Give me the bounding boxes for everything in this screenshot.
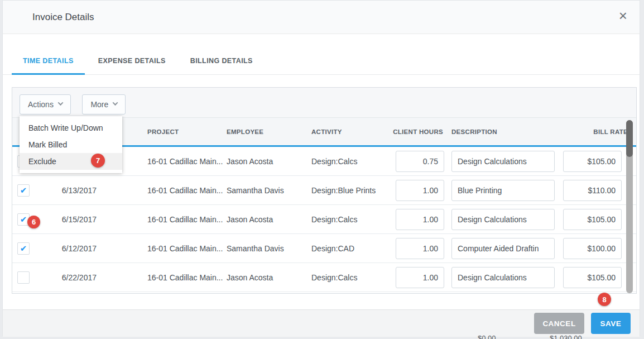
row-checkbox[interactable]: ✔: [17, 242, 30, 255]
background-partial-total: $1,030.00: [550, 334, 582, 339]
modal-footer: CANCEL SAVE: [3, 309, 640, 337]
chevron-down-icon: [57, 100, 63, 106]
row-checkbox[interactable]: ✔: [17, 184, 30, 197]
project-cell: 16-01 Cadillac Main...: [146, 215, 227, 224]
column-header-bill-rate: BILL RATE: [558, 128, 636, 135]
date-cell: 6/12/2017: [40, 244, 146, 253]
annotation-badge-7: 7: [91, 154, 105, 168]
modal-header: Invoice Details ×: [3, 1, 640, 34]
description-input[interactable]: [451, 180, 555, 201]
modal-title: Invoice Details: [32, 12, 94, 23]
employee-cell: Samantha Davis: [227, 244, 310, 253]
menu-item-mark-billed[interactable]: Mark Billed: [20, 136, 122, 153]
client-hours-input[interactable]: [396, 151, 444, 172]
employee-cell: Jason Acosta: [227, 157, 310, 166]
column-header-project: PROJECT: [146, 128, 227, 135]
client-hours-input[interactable]: [396, 238, 444, 259]
description-input[interactable]: [451, 151, 555, 172]
table-toolbar: Actions More: [12, 88, 636, 118]
cancel-button[interactable]: CANCEL: [534, 313, 584, 334]
table-row: ✔ 6/22/2017 16-01 Cadillac Main... Jason…: [12, 263, 636, 292]
background-partial-total: $0.00: [478, 334, 496, 339]
bill-rate-input[interactable]: [563, 209, 622, 230]
tab-bar: TIME DETAILS EXPENSE DETAILS BILLING DET…: [3, 34, 640, 75]
table-row: ✔ 6/15/2017 16-01 Cadillac Main... Jason…: [12, 205, 636, 234]
project-cell: 16-01 Cadillac Main...: [146, 244, 227, 253]
annotation-badge-6: 6: [27, 216, 40, 228]
activity-cell: Design:Blue Prints: [310, 186, 393, 195]
description-input[interactable]: [451, 238, 555, 259]
activity-cell: Design:Calcs: [310, 157, 393, 166]
chevron-down-icon: [113, 100, 118, 106]
page: $0.00 $1,030.00 Invoice Details × TIME D…: [0, 0, 644, 339]
employee-cell: Samantha Davis: [227, 186, 310, 195]
actions-dropdown-menu: Batch Write Up/Down Mark Billed Exclude: [20, 116, 122, 173]
activity-cell: Design:Calcs: [310, 273, 393, 282]
row-checkbox[interactable]: ✔: [17, 271, 30, 284]
date-cell: 6/15/2017: [40, 215, 146, 224]
column-header-description: DESCRIPTION: [446, 128, 558, 135]
activity-cell: Design:CAD: [310, 244, 393, 253]
vertical-scrollbar[interactable]: [626, 120, 633, 293]
employee-cell: Jason Acosta: [227, 215, 310, 224]
bill-rate-input[interactable]: [563, 180, 622, 201]
scrollbar-thumb[interactable]: [626, 120, 633, 157]
description-input[interactable]: [451, 267, 555, 288]
menu-item-batch-write[interactable]: Batch Write Up/Down: [20, 120, 122, 136]
project-cell: 16-01 Cadillac Main...: [146, 186, 227, 195]
tab-billing-details[interactable]: BILLING DETAILS: [179, 57, 264, 75]
checkmark-icon: ✔: [20, 186, 27, 194]
actions-dropdown-button[interactable]: Actions: [20, 94, 71, 114]
close-icon[interactable]: ×: [619, 8, 627, 23]
date-cell: 6/13/2017: [40, 186, 146, 195]
checkmark-icon: ✔: [20, 215, 27, 223]
table-row: ✔ 6/13/2017 16-01 Cadillac Main... Saman…: [12, 176, 636, 205]
more-dropdown-button[interactable]: More: [82, 94, 126, 114]
activity-cell: Design:Calcs: [310, 215, 393, 224]
column-header-employee: EMPLOYEE: [227, 128, 310, 135]
client-hours-input[interactable]: [396, 267, 444, 288]
bill-rate-input[interactable]: [563, 267, 622, 288]
invoice-details-modal: Invoice Details × TIME DETAILS EXPENSE D…: [2, 0, 640, 336]
date-cell: 6/22/2017: [40, 273, 146, 282]
actions-button-label: Actions: [28, 100, 54, 109]
client-hours-input[interactable]: [396, 209, 444, 230]
checkmark-icon: ✔: [20, 244, 27, 252]
client-hours-input[interactable]: [396, 180, 444, 201]
table-row: ✔ 6/12/2017 16-01 Cadillac Main... Saman…: [12, 234, 636, 263]
column-header-client-hours: CLIENT HOURS: [393, 128, 446, 135]
project-cell: 16-01 Cadillac Main...: [146, 273, 227, 282]
column-header-activity: ACTIVITY: [310, 128, 393, 135]
menu-item-exclude[interactable]: Exclude: [20, 153, 122, 170]
tab-time-details[interactable]: TIME DETAILS: [12, 57, 85, 75]
save-button[interactable]: SAVE: [591, 313, 631, 334]
description-input[interactable]: [451, 209, 555, 230]
bill-rate-input[interactable]: [563, 238, 622, 259]
employee-cell: Jason Acosta: [227, 273, 310, 282]
more-button-label: More: [90, 100, 108, 109]
project-cell: 16-01 Cadillac Main...: [146, 157, 227, 166]
annotation-badge-8: 8: [598, 293, 611, 306]
tab-expense-details[interactable]: EXPENSE DETAILS: [87, 57, 177, 75]
bill-rate-input[interactable]: [563, 151, 622, 172]
